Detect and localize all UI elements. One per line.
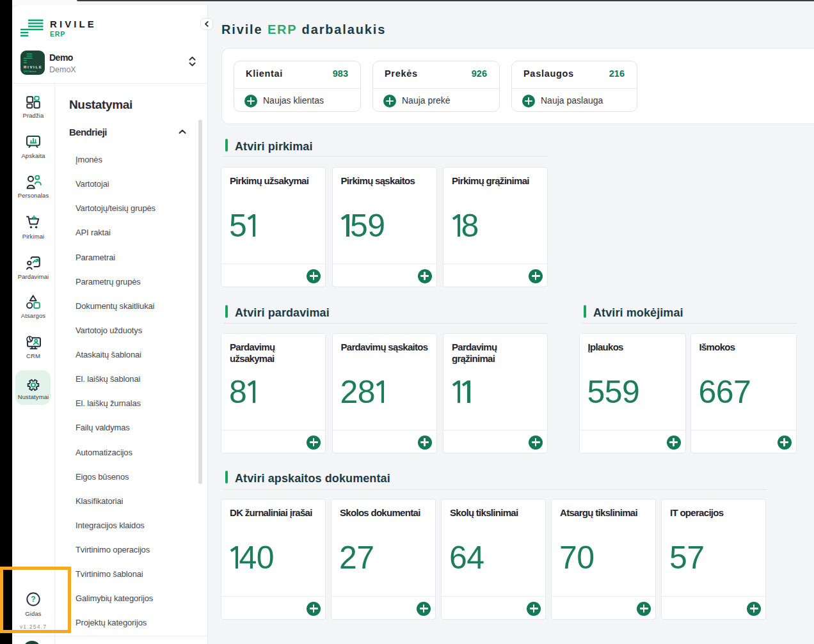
- svg-text:RIVILE: RIVILE: [24, 65, 43, 69]
- svg-text:demo: demo: [29, 70, 36, 73]
